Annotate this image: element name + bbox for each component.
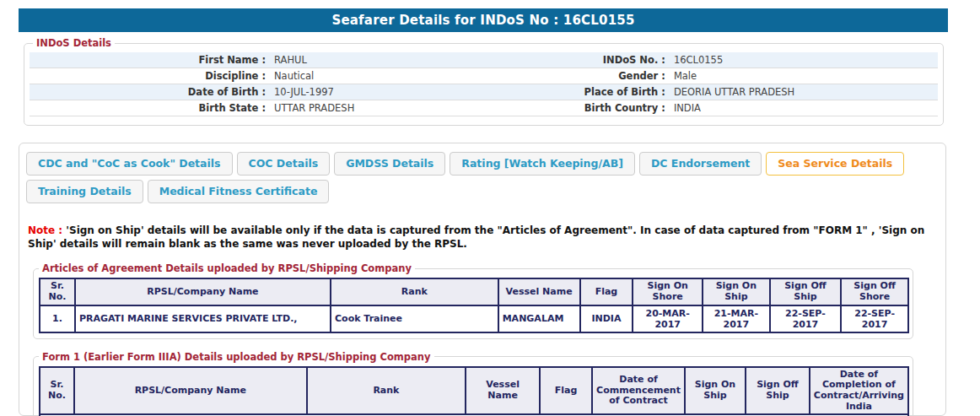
tab-training-details[interactable]: Training Details: [26, 180, 143, 203]
cell-sign-off-shore: 22-SEP-2017: [841, 305, 908, 332]
table-row: 1. PRAGATI MARINE SERVICES PRIVATE LTD.,…: [40, 305, 908, 332]
birth-country-value: INDIA: [665, 102, 938, 114]
first-name-label: First Name :: [30, 54, 266, 66]
articles-of-agreement-section: Articles of Agreement Details uploaded b…: [33, 262, 913, 338]
discipline-label: Discipline :: [30, 70, 266, 82]
table-header-row: Sr. No. RPSL/Company Name Rank Vessel Na…: [40, 367, 908, 415]
cell-rpsl-company-name: PRAGATI MARINE SERVICES PRIVATE LTD.,: [75, 305, 331, 332]
info-row: Birth State : UTTAR PRADESH Birth Countr…: [30, 100, 938, 116]
birth-state-value: UTTAR PRADESH: [266, 102, 547, 114]
note-prefix: Note :: [28, 224, 62, 236]
articles-of-agreement-table: Sr. No. RPSL/Company Name Rank Vessel Na…: [39, 278, 909, 332]
cell-sign-off-ship: 22-SEP-2017: [770, 305, 842, 332]
tab-coc-details[interactable]: COC Details: [237, 152, 331, 176]
note-body: 'Sign on Ship' details will be available…: [28, 224, 924, 250]
form1-legend: Form 1 (Earlier Form IIIA) Details uploa…: [39, 351, 434, 363]
indos-no-label: INDoS No. :: [547, 54, 665, 66]
place-of-birth-label: Place of Birth :: [547, 86, 665, 98]
column-header-rpsl-company-name: RPSL/Company Name: [75, 278, 331, 305]
discipline-value: Nautical: [266, 70, 547, 82]
column-header-sign-on-ship: Sign On Ship: [703, 278, 770, 305]
column-header-date-of-commencement: Date of Commencement of Contract: [592, 367, 685, 415]
page-title: Seafarer Details for INDoS No : 16CL0155: [19, 8, 948, 32]
column-header-sign-on-shore: Sign On Shore: [633, 278, 703, 305]
birth-state-label: Birth State :: [30, 102, 266, 114]
cell-sr-no: 1.: [40, 305, 75, 332]
column-header-sign-off-ship: Sign Off Ship: [770, 278, 842, 305]
gender-label: Gender :: [547, 70, 665, 82]
column-header-rank: Rank: [307, 367, 466, 415]
form1-table: Sr. No. RPSL/Company Name Rank Vessel Na…: [39, 366, 909, 416]
tab-bar: CDC and "CoC as Cook" Details COC Detail…: [26, 150, 939, 203]
place-of-birth-value: DEORIA UTTAR PRADESH: [665, 86, 938, 98]
indos-details-section: INDoS Details First Name : RAHUL INDoS N…: [24, 37, 944, 126]
cell-vessel-name: MANGALAM: [498, 305, 580, 332]
tab-panel: CDC and "CoC as Cook" Details COC Detail…: [19, 143, 946, 416]
tab-sea-service-details[interactable]: Sea Service Details: [766, 152, 904, 176]
cell-sign-on-shore: 20-MAR-2017: [633, 305, 703, 332]
column-header-vessel-name: Vessel Name: [466, 367, 540, 415]
cell-sign-on-ship: 21-MAR-2017: [703, 305, 770, 332]
column-header-rank: Rank: [331, 278, 498, 305]
first-name-value: RAHUL: [266, 54, 547, 66]
column-header-rpsl-company-name: RPSL/Company Name: [74, 367, 307, 415]
column-header-sign-off-shore: Sign Off Shore: [841, 278, 908, 305]
cell-rank: Cook Trainee: [331, 305, 498, 332]
note-text: Note : 'Sign on Ship' details will be av…: [28, 224, 934, 251]
info-row: First Name : RAHUL INDoS No. : 16CL0155: [30, 52, 938, 68]
birth-country-label: Birth Country :: [547, 102, 665, 114]
gender-value: Male: [665, 70, 938, 82]
tab-gmdss-details[interactable]: GMDSS Details: [334, 152, 445, 176]
articles-of-agreement-legend: Articles of Agreement Details uploaded b…: [39, 262, 415, 274]
form1-section: Form 1 (Earlier Form IIIA) Details uploa…: [33, 351, 913, 416]
column-header-sr-no: Sr. No.: [40, 367, 74, 415]
column-header-sign-on-ship: Sign On Ship: [685, 367, 746, 415]
column-header-sr-no: Sr. No.: [40, 278, 75, 305]
indos-no-value: 16CL0155: [665, 54, 938, 66]
column-header-vessel-name: Vessel Name: [498, 278, 580, 305]
column-header-date-of-completion: Date of Completion of Contract/Arriving …: [810, 367, 908, 415]
cell-flag: INDIA: [580, 305, 633, 332]
table-header-row: Sr. No. RPSL/Company Name Rank Vessel Na…: [40, 278, 908, 305]
info-row: Discipline : Nautical Gender : Male: [30, 68, 938, 84]
column-header-flag: Flag: [580, 278, 633, 305]
tab-rating-watch-keeping-ab[interactable]: Rating [Watch Keeping/AB]: [450, 152, 635, 176]
tab-dc-endorsement[interactable]: DC Endorsement: [639, 152, 762, 176]
date-of-birth-value: 10-JUL-1997: [266, 86, 547, 98]
tab-medical-fitness-certificate[interactable]: Medical Fitness Certificate: [148, 180, 330, 203]
info-row: Date of Birth : 10-JUL-1997 Place of Bir…: [30, 84, 938, 100]
tab-cdc-coc-as-cook-details[interactable]: CDC and "CoC as Cook" Details: [26, 152, 233, 176]
indos-details-legend: INDoS Details: [33, 37, 115, 49]
column-header-flag: Flag: [540, 367, 592, 415]
date-of-birth-label: Date of Birth :: [30, 86, 266, 98]
column-header-sign-off-ship: Sign Off Ship: [746, 367, 810, 415]
